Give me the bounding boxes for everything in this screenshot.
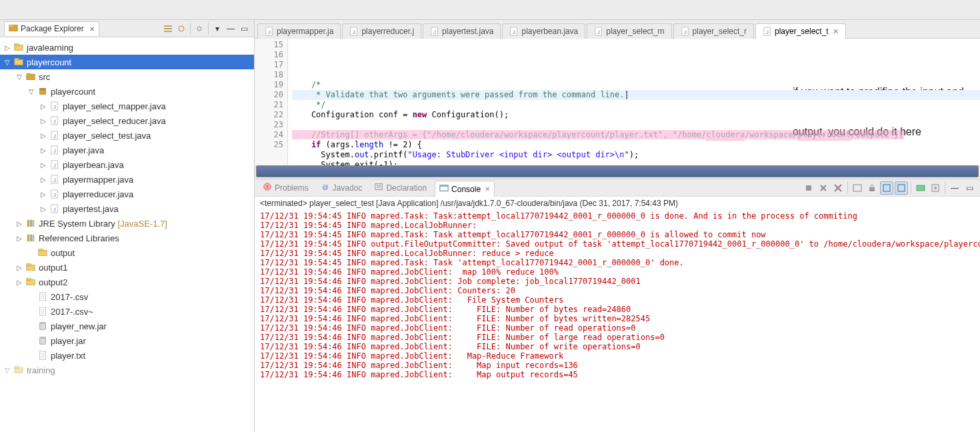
library-icon xyxy=(25,218,36,229)
expand-arrow-icon[interactable]: ▷ xyxy=(39,132,48,139)
expand-arrow-icon[interactable]: ▷ xyxy=(39,103,48,110)
bottom-tab-console[interactable]: Console✕ xyxy=(435,181,495,197)
tree-item[interactable]: ▽src xyxy=(0,69,254,84)
expand-arrow-icon[interactable]: ▽ xyxy=(27,88,36,95)
bottom-tab-javadoc[interactable]: @Javadoc xyxy=(317,180,367,195)
tree-item[interactable]: ▷Referenced Libraries xyxy=(0,231,254,245)
editor-tab[interactable]: Jplayer_select_t✕ xyxy=(755,23,846,39)
collapse-all-icon[interactable] xyxy=(162,23,174,35)
code-line: Configuration conf = new Configuration()… xyxy=(292,110,980,120)
expand-arrow-icon[interactable]: ▽ xyxy=(15,73,24,81)
tree-item[interactable]: ▽playercount xyxy=(0,55,254,69)
tree-item[interactable]: player.jar xyxy=(0,333,254,348)
expand-arrow-icon[interactable]: ▷ xyxy=(3,44,12,51)
expand-arrow-icon[interactable]: ▷ xyxy=(15,235,24,242)
tree-item-label: playerbean.java xyxy=(63,160,124,170)
tree-item[interactable]: ▷Jplayerreducer.java xyxy=(0,187,254,201)
tree-item[interactable]: ▽training xyxy=(0,363,254,377)
tree-item-label: 2017-.csv~ xyxy=(51,307,93,317)
tree-item[interactable]: ▷Jplayer_select_test.java xyxy=(0,128,254,143)
editor-tab[interactable]: Jplayerbean.java xyxy=(502,23,585,39)
bottom-tab-problems[interactable]: !Problems xyxy=(259,180,313,195)
svg-rect-6 xyxy=(15,59,19,61)
view-menu-icon[interactable]: ▾ xyxy=(211,23,223,35)
tree-item[interactable]: player_new.jar xyxy=(0,319,254,333)
java-icon: J xyxy=(49,130,60,141)
tree-item[interactable]: ▷Jplayertest.java xyxy=(0,201,254,216)
expand-arrow-icon[interactable]: ▷ xyxy=(15,279,24,286)
code-line xyxy=(292,70,980,80)
tree-item[interactable]: 2017-.csv xyxy=(0,289,254,304)
link-editor-icon[interactable] xyxy=(175,23,187,35)
editor-tab[interactable]: Jplayermapper.ja xyxy=(257,23,341,39)
expand-arrow-icon[interactable]: ▷ xyxy=(39,147,48,154)
bottom-tab-declaration[interactable]: Declaration xyxy=(370,180,431,195)
editor-tab[interactable]: Jplayer_select_m xyxy=(587,23,671,39)
package-explorer-tab[interactable]: Package Explorer ✕ xyxy=(4,21,99,36)
package-explorer-tree[interactable]: ▷javalearning▽playercount▽src▽playercoun… xyxy=(0,37,254,432)
scroll-lock-icon[interactable] xyxy=(865,181,879,195)
tree-item[interactable]: player.txt xyxy=(0,348,254,363)
svg-rect-67 xyxy=(440,185,448,187)
expand-arrow-icon[interactable]: ▽ xyxy=(3,59,12,66)
pin-console-icon[interactable] xyxy=(880,181,893,195)
expand-arrow-icon[interactable]: ▷ xyxy=(15,220,24,227)
java-file-icon: J xyxy=(265,27,274,36)
tree-item[interactable]: ▷Jplayermapper.java xyxy=(0,172,254,187)
svg-point-2 xyxy=(197,27,201,31)
code-area[interactable]: if you want to predifine the input and o… xyxy=(288,39,980,165)
tree-item[interactable]: ▷output2 xyxy=(0,275,254,289)
editor-tab[interactable]: Jplayertest.java xyxy=(423,23,501,39)
svg-rect-8 xyxy=(27,73,31,75)
maximize-icon[interactable]: ▭ xyxy=(238,23,250,35)
expand-arrow-icon[interactable]: ▷ xyxy=(39,161,48,169)
tree-item[interactable]: ▽playercount xyxy=(0,84,254,99)
tree-item[interactable]: ▷Jplayer.java xyxy=(0,143,254,157)
line-number: 19 xyxy=(255,80,283,90)
clear-console-icon[interactable] xyxy=(851,181,864,195)
tree-item-label: playertest.java xyxy=(63,204,119,214)
line-number: 25 xyxy=(255,140,283,150)
java-icon: J xyxy=(49,145,60,155)
expand-arrow-icon[interactable]: ▽ xyxy=(3,367,12,374)
console-line: 17/12/31 19:54:45 INFO mapred.Task: Task… xyxy=(260,230,975,239)
editor-horizontal-scrollbar[interactable] xyxy=(256,165,979,177)
tree-item[interactable]: 2017-.csv~ xyxy=(0,304,254,319)
tree-item[interactable]: ▷JRE System Library [JavaSE-1.7] xyxy=(0,216,254,231)
remove-all-icon[interactable] xyxy=(831,181,845,195)
minimize-icon[interactable]: — xyxy=(948,181,961,195)
tree-item[interactable]: ▷javalearning xyxy=(0,40,254,55)
minimize-icon[interactable]: — xyxy=(225,23,237,35)
tree-item[interactable]: ▷Jplayerbean.java xyxy=(0,157,254,172)
new-console-icon[interactable] xyxy=(929,181,942,195)
display-console-icon[interactable] xyxy=(895,181,908,195)
code-line: if (args.length != 2) { xyxy=(292,140,980,150)
maximize-icon[interactable]: ▭ xyxy=(963,181,976,195)
expand-arrow-icon[interactable]: ▷ xyxy=(39,191,48,198)
editor-tab[interactable]: Jplayer_select_r xyxy=(673,23,754,39)
close-icon[interactable]: ✕ xyxy=(89,25,95,33)
remove-launch-icon[interactable] xyxy=(817,181,830,195)
expand-arrow-icon[interactable]: ▷ xyxy=(39,205,48,213)
tree-item-label: output1 xyxy=(39,263,67,273)
close-icon[interactable]: ✕ xyxy=(485,185,490,193)
open-console-icon[interactable] xyxy=(914,181,927,195)
decl-icon xyxy=(374,182,383,193)
terminate-icon[interactable] xyxy=(802,181,815,195)
tree-item[interactable]: output xyxy=(0,245,254,260)
tree-item[interactable]: ▷Jplayer_select_reducer.java xyxy=(0,113,254,128)
focus-icon[interactable] xyxy=(193,23,205,35)
svg-rect-32 xyxy=(33,235,35,242)
editor-tab[interactable]: Jplayerreducer.j xyxy=(342,23,421,39)
tree-item-label: JRE System Library [JavaSE-1.7] xyxy=(39,219,167,229)
tree-item[interactable]: ▷output1 xyxy=(0,260,254,275)
separator xyxy=(945,181,945,193)
console-output[interactable]: 17/12/31 19:54:45 INFO mapred.Task: Task… xyxy=(255,210,980,432)
code-line: //String[] otherArgs = {"/home/cloudera/… xyxy=(292,130,980,140)
expand-arrow-icon[interactable]: ▷ xyxy=(39,176,48,183)
expand-arrow-icon[interactable]: ▷ xyxy=(39,117,48,125)
close-icon[interactable]: ✕ xyxy=(833,27,839,36)
expand-arrow-icon[interactable]: ▷ xyxy=(15,264,24,271)
tree-item[interactable]: ▷Jplayer_select_mapper.java xyxy=(0,99,254,113)
folder-icon xyxy=(25,262,36,273)
